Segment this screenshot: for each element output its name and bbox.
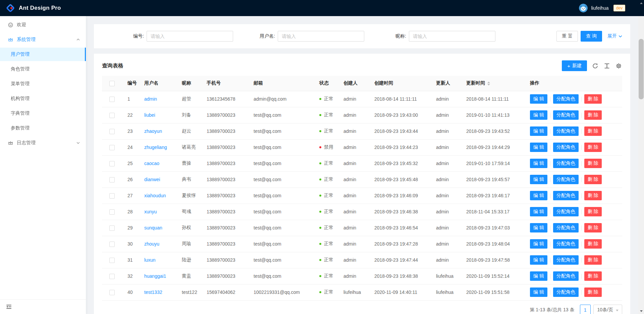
assign-role-button[interactable]: 分配角色: [553, 191, 579, 200]
row-checkbox[interactable]: [109, 225, 115, 231]
user-link[interactable]: zhugeliang: [144, 145, 167, 150]
assign-role-button[interactable]: 分配角色: [553, 94, 579, 104]
delete-button[interactable]: 删 除: [584, 175, 602, 184]
delete-button[interactable]: 删 除: [584, 159, 602, 168]
delete-button[interactable]: 删 除: [584, 271, 602, 281]
sidebar-subitem-role-management[interactable]: 角色管理: [0, 62, 86, 76]
delete-button[interactable]: 删 除: [584, 223, 602, 232]
assign-role-button[interactable]: 分配角色: [553, 239, 579, 249]
edit-button[interactable]: 编 辑: [530, 271, 547, 281]
delete-button[interactable]: 删 除: [584, 110, 602, 120]
user-link[interactable]: zhaoyun: [144, 128, 162, 134]
user-name[interactable]: liufeihua: [591, 5, 608, 11]
row-checkbox[interactable]: [109, 193, 115, 199]
user-link[interactable]: admin: [144, 96, 157, 102]
delete-button[interactable]: 删 除: [584, 143, 602, 152]
user-link[interactable]: test1332: [144, 290, 162, 295]
edit-button[interactable]: 编 辑: [530, 143, 547, 152]
user-link[interactable]: dianwei: [144, 177, 160, 182]
select-all-checkbox[interactable]: [109, 81, 115, 86]
user-link[interactable]: zhouyu: [144, 241, 159, 247]
row-checkbox[interactable]: [109, 161, 115, 166]
menu-fold-icon[interactable]: [6, 304, 12, 310]
row-checkbox[interactable]: [109, 145, 115, 150]
sidebar-subitem-user-management[interactable]: 用户管理: [0, 48, 86, 61]
cell-update-time: 2018-09-23 19:44:29: [461, 139, 525, 155]
action-divider: [581, 129, 582, 134]
row-checkbox[interactable]: [109, 177, 115, 182]
assign-role-button[interactable]: 分配角色: [553, 143, 579, 152]
row-checkbox[interactable]: [109, 290, 115, 295]
search-input-username[interactable]: [278, 31, 364, 42]
density-icon[interactable]: [603, 63, 610, 69]
row-checkbox[interactable]: [109, 258, 115, 263]
user-link[interactable]: huanggai1: [144, 273, 166, 279]
sidebar-item-welcome[interactable]: 欢迎: [0, 18, 86, 32]
sidebar-item-log-management[interactable]: 日志管理: [0, 136, 86, 150]
user-link[interactable]: caocao: [144, 161, 159, 166]
edit-button[interactable]: 编 辑: [530, 223, 547, 232]
edit-button[interactable]: 编 辑: [530, 126, 547, 136]
scrollbar-thumb[interactable]: [639, 39, 644, 99]
search-button[interactable]: 查 询: [581, 31, 602, 42]
delete-button[interactable]: 删 除: [584, 207, 602, 216]
row-checkbox[interactable]: [109, 97, 115, 102]
delete-button[interactable]: 删 除: [584, 94, 602, 104]
edit-button[interactable]: 编 辑: [530, 94, 547, 104]
reset-button[interactable]: 重 置: [556, 31, 578, 42]
assign-role-button[interactable]: 分配角色: [553, 159, 579, 168]
sidebar-subitem-menu-management[interactable]: 菜单管理: [0, 77, 86, 91]
page-size-select[interactable]: 10条/页: [593, 305, 622, 314]
sidebar-subitem-dict-management[interactable]: 字典管理: [0, 107, 86, 120]
user-link[interactable]: liubei: [144, 112, 155, 118]
edit-button[interactable]: 编 辑: [530, 191, 547, 200]
user-link[interactable]: luxun: [144, 257, 155, 263]
logo[interactable]: Ant Design Pro: [5, 3, 61, 13]
assign-role-button[interactable]: 分配角色: [553, 271, 579, 281]
delete-button[interactable]: 删 除: [584, 287, 602, 297]
user-link[interactable]: xiahoudun: [144, 193, 166, 198]
row-checkbox[interactable]: [109, 113, 115, 118]
assign-role-button[interactable]: 分配角色: [553, 207, 579, 216]
sorter-icon[interactable]: [487, 82, 490, 86]
edit-button[interactable]: 编 辑: [530, 159, 547, 168]
edit-button[interactable]: 编 辑: [530, 239, 547, 249]
delete-button[interactable]: 删 除: [584, 191, 602, 200]
edit-button[interactable]: 编 辑: [530, 110, 547, 120]
main-content: 编号:用户名:昵称: 重 置 查 询 展开 查询表格 + 新建: [86, 16, 638, 314]
user-link[interactable]: xunyu: [144, 209, 157, 214]
row-checkbox[interactable]: [109, 129, 115, 134]
edit-button[interactable]: 编 辑: [530, 287, 547, 297]
edit-button[interactable]: 编 辑: [530, 207, 547, 216]
delete-button[interactable]: 删 除: [584, 255, 602, 265]
search-input-id[interactable]: [147, 31, 233, 42]
delete-button[interactable]: 删 除: [584, 126, 602, 136]
search-input-nickname[interactable]: [409, 31, 495, 42]
scrollbar-up-arrow[interactable]: [638, 0, 644, 6]
assign-role-button[interactable]: 分配角色: [553, 110, 579, 120]
sidebar-subitem-org-management[interactable]: 机构管理: [0, 92, 86, 105]
expand-toggle[interactable]: 展开: [607, 33, 622, 39]
sidebar-subitem-param-management[interactable]: 参数管理: [0, 121, 86, 135]
avatar[interactable]: [579, 4, 588, 12]
sidebar-item-system-management[interactable]: 系统管理: [0, 33, 86, 46]
reload-icon[interactable]: [592, 63, 599, 69]
status-badge: 正常: [324, 96, 333, 101]
user-link[interactable]: sunquan: [144, 225, 162, 230]
pagination-page-1[interactable]: 1: [580, 305, 591, 314]
settings-gear-icon[interactable]: [615, 63, 622, 69]
row-checkbox[interactable]: [109, 209, 115, 215]
assign-role-button[interactable]: 分配角色: [553, 175, 579, 184]
page-scrollbar[interactable]: [638, 0, 644, 314]
row-checkbox[interactable]: [109, 242, 115, 247]
assign-role-button[interactable]: 分配角色: [553, 287, 579, 297]
row-checkbox[interactable]: [109, 274, 115, 279]
assign-role-button[interactable]: 分配角色: [553, 223, 579, 232]
assign-role-button[interactable]: 分配角色: [553, 255, 579, 265]
edit-button[interactable]: 编 辑: [530, 175, 547, 184]
scrollbar-down-arrow[interactable]: [638, 308, 644, 314]
edit-button[interactable]: 编 辑: [530, 255, 547, 265]
delete-button[interactable]: 删 除: [584, 239, 602, 249]
new-button[interactable]: + 新建: [562, 60, 587, 71]
assign-role-button[interactable]: 分配角色: [553, 126, 579, 136]
